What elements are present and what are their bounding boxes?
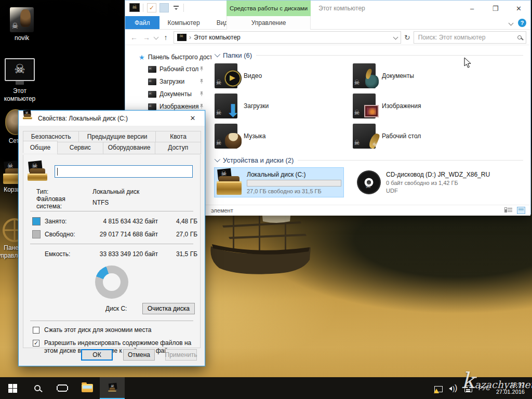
desktop-icon-label: Этот компьютер (1, 87, 38, 103)
folder-icon (148, 103, 156, 110)
desktop-icon-novik[interactable]: novik (3, 7, 41, 42)
search-icon[interactable] (517, 35, 522, 39)
system-menu-icon[interactable] (129, 3, 140, 12)
folder-icon (148, 78, 156, 85)
close-button[interactable]: ✕ (507, 1, 530, 16)
folder-tile-pictures[interactable]: ☠ Изображения (353, 93, 491, 119)
folder-icon (148, 91, 156, 98)
folder-tile-music[interactable]: ☠ Музыка (215, 123, 353, 149)
details-view-button[interactable] (504, 207, 513, 214)
language-indicator[interactable]: РУС (478, 385, 490, 391)
pin-icon (199, 78, 204, 84)
folder-tile-video[interactable]: ☠ Видео (215, 63, 353, 89)
expand-ribbon-icon[interactable] (509, 20, 514, 25)
tab-manage[interactable]: Управление (227, 16, 311, 30)
tab-quota[interactable]: Квота (155, 131, 201, 142)
icons-view-button[interactable] (517, 207, 525, 214)
clock[interactable]: 18:52 27.01.2016 (496, 381, 525, 395)
apply-button[interactable]: Применить (165, 349, 197, 361)
tab-hardware[interactable]: Оборудование (103, 142, 156, 154)
task-view-button[interactable] (50, 377, 75, 399)
chest-app-icon (108, 384, 116, 391)
desktop-icon-this-pc[interactable]: Этот компьютер (1, 58, 38, 103)
sidebar-item-downloads[interactable]: Загрузки (125, 75, 211, 88)
pirate-ship-silhouette (202, 210, 373, 296)
devices-group-header[interactable]: Устройства и диски (2) (214, 154, 523, 166)
system-tray: ) РУС 18:52 27.01.2016 (434, 377, 532, 399)
minimize-button[interactable]: – (460, 1, 484, 16)
properties-dialog: Свойства: Локальный диск (C:) ✕ Безопасн… (18, 110, 205, 366)
windows-logo-icon (8, 384, 17, 393)
window-title: Этот компьютер (318, 5, 365, 12)
file-explorer-icon (82, 384, 93, 392)
indexing-checkbox[interactable]: ✓ (33, 340, 39, 347)
collapse-chevron-icon[interactable] (215, 156, 220, 162)
search-icon (34, 385, 41, 391)
dialog-close-icon[interactable]: ✕ (185, 114, 201, 122)
tab-previous-versions[interactable]: Предыдущие версии (78, 131, 156, 142)
forward-button[interactable]: → (142, 33, 151, 42)
tab-sharing[interactable]: Доступ (155, 142, 201, 154)
tab-computer[interactable]: Компьютер (159, 16, 208, 29)
filesystem-value: NTFS (92, 199, 109, 206)
explorer-titlebar: Средства работы с дисками Этот компьютер… (125, 1, 530, 16)
tab-tools[interactable]: Сервис (57, 142, 103, 154)
drive-d-tile[interactable]: CD-дисковод (D:) JR_WDZ_X86_RU 0 байт св… (355, 168, 494, 197)
disk-usage-donut-chart (95, 265, 128, 299)
up-button[interactable]: ↑ (161, 33, 170, 42)
action-center-icon[interactable] (464, 385, 472, 392)
taskbar-search-button[interactable] (25, 377, 50, 399)
address-box[interactable]: › Этот компьютер (174, 31, 401, 44)
drive-c-tile[interactable]: Локальный диск (C:) 27,0 ГБ свободно из … (215, 168, 343, 197)
disk-cleanup-button[interactable]: Очистка диска (142, 303, 195, 314)
compress-checkbox[interactable] (33, 327, 39, 334)
ribbon-tabs: Файл Компьютер Вид Управление ? (125, 16, 530, 30)
back-button[interactable]: ← (129, 33, 139, 42)
tab-file[interactable]: Файл (125, 16, 159, 29)
address-dropdown-icon[interactable] (393, 35, 398, 40)
folder-tile-downloads[interactable]: ☠⬇ Загрузки (215, 93, 353, 119)
recent-locations-icon[interactable] (154, 35, 159, 40)
volume-icon[interactable]: ) (449, 384, 458, 393)
tab-general[interactable]: Общие (23, 141, 58, 153)
taskbar-chest-app-button[interactable] (100, 377, 125, 399)
qat-properties-button[interactable] (147, 3, 156, 12)
tray-date: 27.01.2016 (496, 389, 525, 395)
folder-tile-desktop[interactable]: ☠ Рабочий стол (353, 123, 491, 149)
capacity-bar (247, 180, 341, 187)
help-icon[interactable]: ? (518, 19, 526, 27)
search-placeholder: Поиск: Этот компьютер (418, 34, 486, 41)
ok-button[interactable]: ОК (81, 349, 113, 361)
pictures-folder-icon: ☠ (353, 94, 376, 118)
start-button[interactable] (0, 377, 25, 399)
dialog-titlebar: Свойства: Локальный диск (C:) ✕ (19, 111, 205, 126)
compress-checkbox-row[interactable]: Сжать этот диск для экономии места (33, 326, 200, 334)
search-input[interactable]: Поиск: Этот компьютер (414, 31, 526, 44)
breadcrumb[interactable]: Этот компьютер (194, 34, 241, 41)
folders-group-header[interactable]: Папки (6) (214, 49, 523, 61)
used-color-swatch (32, 217, 41, 225)
pin-icon (199, 91, 204, 97)
qat-customize-button[interactable] (172, 3, 181, 12)
drive-c-chest-icon (217, 170, 242, 195)
sidebar-item-documents[interactable]: Документы (125, 88, 211, 100)
cd-drive-icon (357, 170, 381, 194)
contextual-tab-group-header: Средства работы с дисками (227, 1, 311, 16)
network-warning-icon[interactable] (434, 386, 443, 392)
drive-chest-icon (28, 162, 47, 181)
taskbar-explorer-button[interactable] (75, 377, 100, 399)
documents-folder-icon: ☠ (353, 63, 376, 88)
refresh-icon[interactable]: ↻ (404, 33, 410, 42)
qat-new-folder-button[interactable] (159, 3, 169, 12)
dialog-chest-icon (23, 111, 32, 119)
cancel-button[interactable]: Отмена (123, 349, 155, 361)
disk-label: Диск C: (105, 305, 127, 312)
sidebar-item-quick-access[interactable]: ★ Панель быстрого доступа (125, 51, 211, 63)
collapse-chevron-icon[interactable] (215, 51, 220, 57)
maximize-button[interactable]: ❐ (484, 1, 507, 16)
volume-label-input[interactable] (55, 165, 193, 178)
drive-type-value: Локальный диск (92, 188, 139, 195)
desktop-icon-label: novik (3, 34, 41, 42)
sidebar-item-desktop[interactable]: Рабочий стол (125, 63, 211, 75)
mouse-cursor (464, 57, 472, 69)
